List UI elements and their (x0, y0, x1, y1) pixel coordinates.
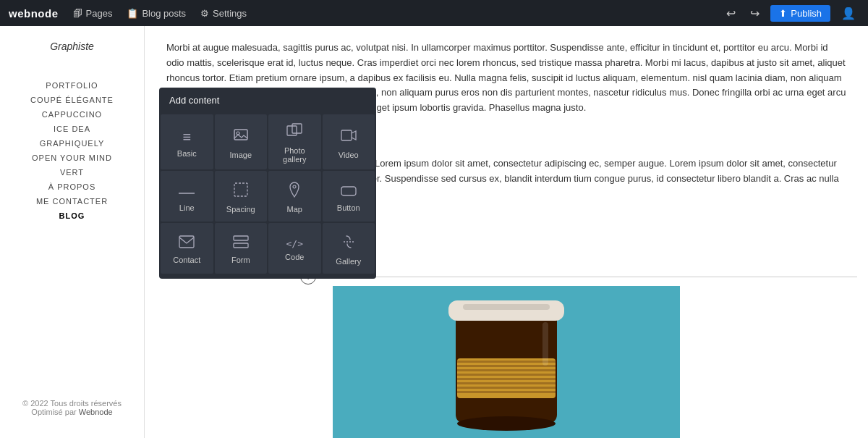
main-layout: Graphiste PORTFOLIO COUPÉ ÉLÉGANTE CAPPU… (0, 26, 868, 438)
logo: webnode (9, 7, 59, 20)
sidebar-item-cappuccino[interactable]: CAPPUCCINO (42, 110, 102, 119)
spacing-label: Spacing (226, 205, 255, 214)
webnode-link[interactable]: Webnode (79, 408, 113, 416)
modal-item-map[interactable]: Map (268, 171, 321, 222)
image-icon (233, 127, 249, 147)
modal-item-basic[interactable]: ≡ Basic (161, 114, 213, 169)
topnav-right: ↩ ↪ ⬆ Publish 👤 (723, 5, 859, 22)
video-label: Video (339, 151, 359, 159)
contact-icon (179, 235, 195, 252)
photogallery-label: Photogallery (283, 146, 306, 164)
publish-icon: ⬆ (779, 8, 787, 19)
gallery2-label: Gallery (336, 257, 361, 266)
footer-optimise: Optimisé par Webnode (22, 408, 122, 416)
photogallery-icon (286, 123, 302, 143)
button-label: Button (337, 203, 360, 212)
divider-line (320, 277, 857, 277)
site-title: Graphiste (50, 41, 94, 52)
settings-label: Settings (213, 8, 247, 19)
svg-rect-21 (457, 374, 556, 376)
contact-label: Contact (173, 256, 200, 264)
redo-button[interactable]: ↪ (746, 5, 763, 22)
sidebar-footer: © 2022 Tous droits réservés Optimisé par… (22, 399, 122, 416)
modal-item-image[interactable]: Image (215, 114, 268, 169)
svg-rect-24 (457, 387, 556, 389)
code-label: Code (285, 253, 304, 261)
topnav-left: webnode 🗐 Pages 📋 Blog posts ⚙ Settings (9, 7, 247, 20)
topnav: webnode 🗐 Pages 📋 Blog posts ⚙ Settings … (0, 0, 868, 26)
modal-item-code[interactable]: </> Code (268, 223, 321, 274)
svg-rect-6 (234, 183, 247, 196)
modal-item-button[interactable]: Button (323, 171, 375, 222)
form-label: Form (231, 256, 250, 264)
modal-item-form[interactable]: Form (215, 223, 268, 274)
form-icon (233, 235, 249, 252)
blogposts-label: Blog posts (142, 8, 186, 19)
svg-point-26 (457, 416, 556, 431)
svg-rect-9 (179, 236, 194, 248)
modal-item-photogallery[interactable]: Photogallery (268, 114, 321, 169)
modal-item-line[interactable]: Line (161, 171, 213, 222)
sidebar-item-graphiquely[interactable]: GRAPHIQUELY (40, 139, 105, 148)
svg-rect-22 (457, 378, 556, 380)
pages-icon: 🗐 (73, 8, 82, 19)
modal-item-gallery2[interactable]: Gallery (323, 223, 375, 274)
sidebar-item-blog[interactable]: BLOG (59, 211, 85, 220)
svg-rect-15 (448, 300, 564, 321)
gallery2-icon (341, 234, 357, 253)
svg-point-7 (293, 185, 296, 188)
line-label: Line (179, 203, 195, 212)
svg-rect-23 (457, 382, 556, 384)
map-icon (288, 182, 301, 201)
line-icon (179, 183, 195, 200)
pages-label: Pages (86, 8, 113, 19)
settings-icon: ⚙ (200, 8, 209, 19)
modal-item-video[interactable]: Video (323, 114, 375, 169)
svg-rect-27 (542, 322, 548, 366)
add-content-modal: Add content ≡ Basic Image (159, 88, 376, 279)
svg-rect-19 (457, 365, 556, 367)
publish-button[interactable]: ⬆ Publish (770, 5, 830, 22)
sidebar-item-openyourmind[interactable]: OPEN YOUR MIND (32, 153, 112, 162)
blogposts-icon: 📋 (127, 8, 138, 19)
svg-rect-8 (341, 187, 356, 195)
sidebar-item-apropos[interactable]: À PROPOS (48, 182, 95, 191)
sidebar-nav: PORTFOLIO COUPÉ ÉLÉGANTE CAPPUCCINO ICE … (0, 81, 144, 220)
modal-item-spacing[interactable]: Spacing (215, 171, 268, 222)
blogposts-nav-item[interactable]: 📋 Blog posts (127, 8, 186, 19)
footer-copyright: © 2022 Tous droits réservés (22, 399, 122, 408)
divider-area: + (289, 269, 868, 285)
sidebar-item-icedea[interactable]: ICE DEA (54, 125, 90, 133)
video-icon (341, 127, 357, 147)
content-area: Morbi at augue malesuada, sagittis purus… (145, 26, 868, 438)
svg-rect-10 (234, 236, 248, 240)
coffee-image-area (333, 286, 680, 438)
sidebar: Graphiste PORTFOLIO COUPÉ ÉLÉGANTE CAPPU… (0, 26, 145, 438)
svg-rect-0 (234, 130, 247, 140)
publish-label: Publish (791, 8, 822, 19)
coffee-image-svg (333, 286, 680, 438)
modal-grid: ≡ Basic Image (159, 113, 376, 275)
article-paragraph-2: natis vel nisi. Lorem ipsum dolor sit am… (297, 156, 868, 187)
modal-item-contact[interactable]: Contact (161, 223, 213, 274)
settings-nav-item[interactable]: ⚙ Settings (200, 8, 247, 19)
sidebar-item-coupe[interactable]: COUPÉ ÉLÉGANTE (30, 96, 114, 104)
undo-button[interactable]: ↩ (723, 5, 739, 22)
svg-rect-11 (234, 243, 248, 248)
basic-label: Basic (177, 149, 197, 158)
modal-title: Add content (159, 88, 376, 113)
user-button[interactable]: 👤 (838, 5, 859, 22)
sidebar-item-mecontacter[interactable]: ME CONTACTER (36, 197, 108, 206)
svg-rect-4 (341, 130, 352, 140)
spacing-icon (233, 182, 249, 201)
sidebar-item-vert[interactable]: VERT (60, 168, 84, 177)
button-icon (341, 183, 357, 200)
svg-rect-25 (457, 391, 556, 393)
image-label: Image (229, 151, 252, 159)
basic-icon: ≡ (182, 129, 191, 146)
sidebar-item-portfolio[interactable]: PORTFOLIO (46, 81, 98, 90)
svg-rect-18 (457, 361, 556, 363)
pages-nav-item[interactable]: 🗐 Pages (73, 8, 113, 19)
map-label: Map (287, 205, 302, 214)
svg-rect-20 (457, 369, 556, 371)
